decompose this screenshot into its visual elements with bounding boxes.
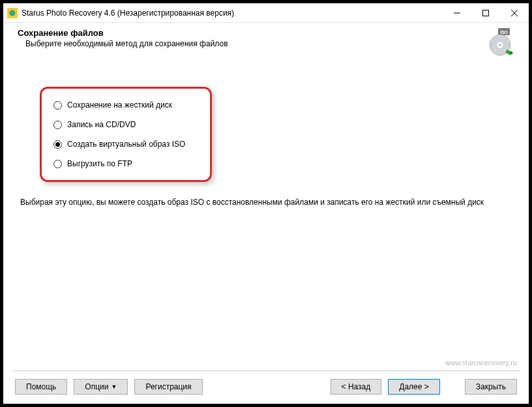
close-wizard-button[interactable]: Закрыть (465, 379, 517, 395)
options-button-label: Опции (85, 382, 108, 391)
help-button[interactable]: Помощь (15, 379, 67, 395)
save-method-options: Сохранение на жесткий диск Запись на CD/… (40, 87, 212, 182)
radio-icon (53, 140, 62, 149)
minimize-button[interactable] (443, 3, 471, 23)
app-icon (7, 8, 18, 18)
window-controls (443, 3, 529, 23)
radio-burn-cd[interactable]: Запись на CD/DVD (53, 120, 192, 129)
radio-label: Выгрузить по FTP (67, 159, 132, 168)
close-button[interactable] (500, 3, 529, 23)
maximize-button[interactable] (471, 3, 500, 23)
button-bar: Помощь Опции ▼ Регистрация < Назад Далее… (3, 371, 529, 404)
titlebar: Starus Photo Recovery 4.6 (Незарегистрир… (3, 3, 529, 23)
titlebar-title: Starus Photo Recovery 4.6 (Незарегистрир… (22, 8, 443, 18)
register-button[interactable]: Регистрация (134, 379, 202, 395)
radio-icon (53, 121, 62, 129)
options-button[interactable]: Опции ▼ (74, 379, 128, 395)
content-area: Сохранение на жесткий диск Запись на CD/… (3, 65, 529, 370)
back-button[interactable]: < Назад (331, 379, 382, 395)
radio-label: Сохранение на жесткий диск (67, 100, 172, 110)
radio-create-iso[interactable]: Создать виртуальный образ ISO (53, 140, 192, 149)
chevron-down-icon: ▼ (111, 384, 117, 390)
application-window: Starus Photo Recovery 4.6 (Незарегистрир… (3, 3, 529, 404)
radio-label: Запись на CD/DVD (67, 120, 136, 129)
svg-text:ISO: ISO (500, 30, 507, 35)
option-description: Выбирая эту опцию, вы можете создать обр… (20, 198, 512, 207)
page-title: Сохранение файлов (18, 28, 479, 38)
radio-icon (53, 160, 62, 168)
radio-upload-ftp[interactable]: Выгрузить по FTP (53, 159, 192, 168)
svg-point-12 (499, 44, 501, 46)
radio-icon (53, 101, 62, 110)
wizard-header: Сохранение файлов Выберите необходимый м… (3, 23, 529, 65)
radio-label: Создать виртуальный образ ISO (67, 140, 185, 149)
svg-rect-4 (483, 10, 489, 16)
radio-save-hdd[interactable]: Сохранение на жесткий диск (53, 100, 192, 110)
page-subtitle: Выберите необходимый метод для сохранени… (25, 39, 479, 48)
svg-point-2 (11, 11, 14, 14)
next-button[interactable]: Далее > (388, 379, 440, 395)
iso-disc-icon: ISO (486, 28, 514, 57)
watermark: www.starusrecovery.ru (445, 359, 517, 367)
